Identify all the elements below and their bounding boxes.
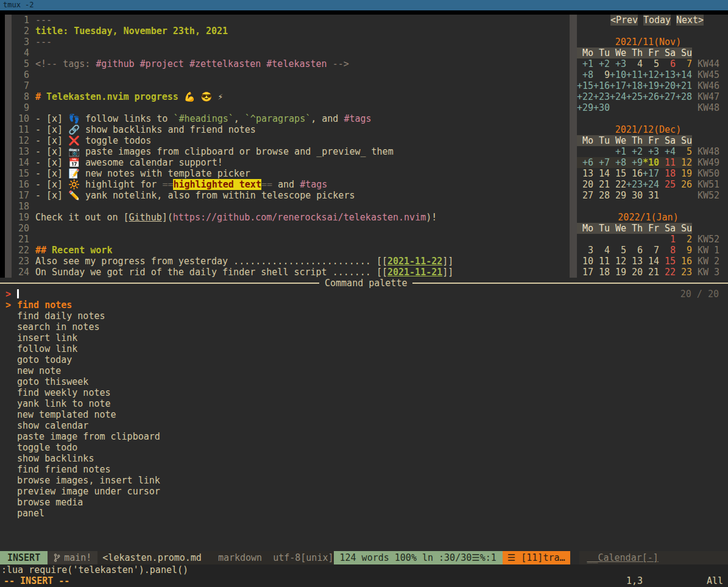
calendar-day[interactable]: 23 (676, 267, 692, 278)
calendar-day[interactable]: +16 (593, 80, 610, 91)
calendar-day[interactable]: *10 (643, 157, 659, 168)
calendar-day[interactable]: 21 (643, 267, 659, 278)
palette-prompt[interactable]: > 20 / 20 (0, 289, 728, 300)
editor-line[interactable]: 11- [x] 🔗 show backlinks and friend note… (12, 124, 570, 135)
calendar-day[interactable]: +17 (643, 168, 659, 179)
calendar-day[interactable]: 4 (626, 58, 643, 69)
palette-item[interactable]: find weekly notes (0, 387, 728, 398)
calendar-day[interactable]: 19 (610, 267, 626, 278)
calendar-day[interactable]: 11 (593, 256, 610, 267)
calendar-day[interactable]: 30 (626, 190, 643, 201)
editor-line[interactable]: 17- [x] ✏️ yank notelink, also from with… (12, 190, 570, 201)
palette-item[interactable]: preview image under cursor (0, 486, 728, 497)
calendar-day[interactable]: 8 (659, 245, 676, 256)
calendar-day[interactable]: +3 (610, 58, 626, 69)
calendar-day[interactable]: +19 (643, 80, 659, 91)
calendar-day[interactable]: +9 (626, 157, 643, 168)
calendar-day[interactable]: +12 (643, 69, 659, 80)
calendar-day[interactable]: 5 (610, 245, 626, 256)
palette-item[interactable]: toggle todo (0, 442, 728, 453)
calendar-day[interactable]: 4 (593, 245, 610, 256)
calendar-day[interactable]: +27 (659, 91, 676, 102)
calendar-day[interactable]: 9 (676, 245, 692, 256)
editor-line[interactable]: 6 (12, 69, 570, 80)
calendar-day[interactable]: +20 (659, 80, 676, 91)
calendar-day[interactable]: +24 (610, 91, 626, 102)
calendar-day[interactable]: 6 (626, 245, 643, 256)
editor-line[interactable]: 15- [x] 📝 new notes with template picker (12, 168, 570, 179)
calendar-day[interactable]: 1 (659, 234, 676, 245)
calendar-day[interactable]: +21 (676, 80, 692, 91)
calendar-day[interactable]: 2 (676, 234, 692, 245)
calendar-next-button[interactable]: Next> (676, 15, 704, 26)
calendar-day[interactable]: +8 (610, 157, 626, 168)
editor-line[interactable]: 12- [x] ❌ toggle todos (12, 135, 570, 146)
calendar-day[interactable]: 3 (577, 245, 593, 256)
command-line[interactable]: :lua require('telekasten').panel() (0, 564, 728, 575)
palette-item[interactable]: show calendar (0, 420, 728, 431)
palette-item[interactable]: search in notes (0, 322, 728, 332)
calendar-day[interactable]: +29 (577, 102, 593, 113)
calendar-day[interactable]: 15 (610, 168, 626, 179)
calendar-day[interactable]: +11 (626, 69, 643, 80)
calendar-day[interactable]: 22 (610, 179, 626, 190)
calendar-day[interactable]: +13 (659, 69, 676, 80)
palette-item[interactable]: find daily notes (0, 311, 728, 322)
calendar-day[interactable]: +18 (626, 80, 643, 91)
editor-line[interactable]: 5<!-- tags: #github #project #zettelkast… (12, 58, 570, 69)
editor-line[interactable]: 8# Telekasten.nvim progress 💪 😎 ⚡ (12, 91, 570, 102)
calendar-day[interactable]: +24 (643, 179, 659, 190)
palette-item[interactable]: paste image from clipboard (0, 431, 728, 442)
editor-line[interactable]: 10- [x] 👣 follow links to `#headings`, `… (12, 113, 570, 124)
palette-item[interactable]: insert link (0, 332, 728, 343)
editor-line[interactable]: 24On Sunday we got rid of the daily find… (12, 267, 570, 278)
calendar-day[interactable]: +10 (610, 69, 626, 80)
palette-item[interactable]: goto thisweek (0, 376, 728, 387)
calendar-day[interactable]: 18 (593, 267, 610, 278)
calendar-day[interactable]: 14 (593, 168, 610, 179)
calendar-day[interactable]: +23 (626, 179, 643, 190)
calendar-day[interactable]: +17 (610, 80, 626, 91)
calendar-day[interactable]: 29 (610, 190, 626, 201)
calendar-day[interactable]: +22 (577, 91, 593, 102)
calendar-day[interactable]: 12 (676, 157, 692, 168)
editor-line[interactable]: 13- [x] 📷 paste images from clipboard or… (12, 146, 570, 157)
calendar-day[interactable]: +6 (577, 157, 593, 168)
editor-line[interactable]: 19Check it out on [Github](https://githu… (12, 212, 570, 223)
editor-line[interactable]: 20 (12, 223, 570, 234)
calendar-day[interactable]: 12 (610, 256, 626, 267)
calendar-day[interactable]: 10 (577, 256, 593, 267)
palette-item[interactable]: browse images, insert link (0, 475, 728, 486)
calendar-day[interactable]: 16 (626, 168, 643, 179)
editor-pane[interactable]: 1---2title: Tuesday, November 23th, 2021… (12, 15, 570, 278)
calendar-day[interactable]: +1 (610, 146, 626, 157)
editor-line[interactable]: 22## Recent work (12, 245, 570, 256)
calendar-day[interactable]: 7 (643, 245, 659, 256)
palette-item[interactable]: panel (0, 508, 728, 519)
calendar-day[interactable]: +23 (593, 91, 610, 102)
calendar-day[interactable]: +8 (577, 69, 593, 80)
palette-item[interactable]: goto today (0, 354, 728, 365)
calendar-day[interactable]: 25 (659, 179, 676, 190)
calendar-day[interactable]: 19 (676, 168, 692, 179)
editor-line[interactable]: 14- [x] 📅 awesome calendar support! (12, 157, 570, 168)
palette-item[interactable]: show backlinks (0, 453, 728, 464)
palette-item[interactable]: yank link to note (0, 398, 728, 409)
calendar-prev-button[interactable]: <Prev (610, 15, 638, 26)
calendar-day[interactable]: 13 (577, 168, 593, 179)
palette-item[interactable]: browse media (0, 497, 728, 508)
editor-line[interactable]: 16- [x] 🔆 highlight for ==highlighted te… (12, 179, 570, 190)
calendar-day[interactable]: +30 (593, 102, 610, 113)
calendar-day[interactable]: 31 (643, 190, 659, 201)
calendar-day[interactable]: +1 (577, 58, 593, 69)
editor-line[interactable]: 4 (12, 47, 570, 58)
editor-line[interactable]: 1--- (12, 15, 570, 26)
calendar-day[interactable]: +28 (676, 91, 692, 102)
calendar-day[interactable]: 18 (659, 168, 676, 179)
calendar-day[interactable]: 16 (676, 256, 692, 267)
calendar-day[interactable]: +3 (643, 146, 659, 157)
calendar-day[interactable]: 9 (593, 69, 610, 80)
calendar-day[interactable]: 13 (626, 256, 643, 267)
palette-item-selected[interactable]: >find notes (0, 300, 728, 311)
calendar-day[interactable]: 5 (676, 146, 692, 157)
